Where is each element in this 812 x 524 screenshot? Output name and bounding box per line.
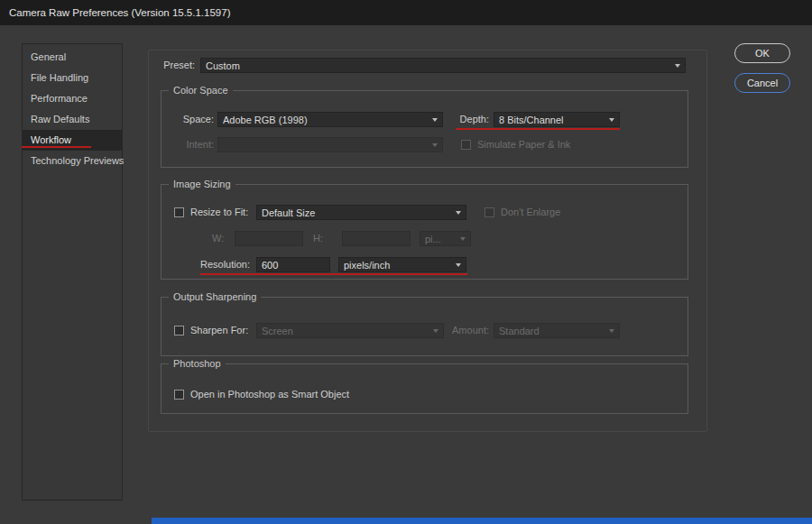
preset-select[interactable]: Custom bbox=[200, 58, 686, 73]
background-window-strip bbox=[152, 518, 812, 524]
annotation-underline-workflow bbox=[22, 146, 91, 148]
camera-raw-preferences-dialog: Camera Raw Preferences (Version 15.5.1.1… bbox=[0, 0, 812, 524]
preset-label: Preset: bbox=[150, 58, 195, 73]
titlebar: Camera Raw Preferences (Version 15.5.1.1… bbox=[0, 0, 812, 25]
simulate-paper-ink-label: Simulate Paper & Ink bbox=[477, 137, 570, 152]
chevron-down-icon bbox=[432, 143, 438, 147]
height-label: H: bbox=[313, 231, 323, 246]
space-select-value: Adobe RGB (1998) bbox=[223, 115, 427, 125]
cancel-button[interactable]: Cancel bbox=[734, 73, 790, 93]
depth-label: Depth: bbox=[448, 112, 489, 127]
dont-enlarge-label: Don't Enlarge bbox=[501, 205, 560, 220]
depth-select-value: 8 Bits/Channel bbox=[499, 115, 604, 125]
image-sizing-group-title: Image Sizing bbox=[169, 179, 235, 190]
sidebar-item-raw-defaults[interactable]: Raw Defaults bbox=[23, 109, 122, 130]
width-input bbox=[235, 231, 303, 246]
sidebar-item-general[interactable]: General bbox=[23, 47, 122, 68]
resolution-input[interactable] bbox=[256, 257, 330, 272]
color-space-group-title: Color Space bbox=[169, 85, 233, 97]
sharpen-for-label: Sharpen For: bbox=[190, 323, 248, 338]
sharpen-for-select: Screen bbox=[256, 323, 444, 338]
simulate-paper-ink-checkbox bbox=[461, 140, 471, 150]
resize-to-fit-label: Resize to Fit: bbox=[190, 205, 248, 220]
annotation-underline-resolution bbox=[200, 273, 467, 275]
resolution-units-select[interactable]: pixels/inch bbox=[338, 257, 466, 272]
sidebar: General File Handling Performance Raw De… bbox=[22, 43, 123, 501]
output-sharpening-group-title: Output Sharpening bbox=[169, 291, 261, 303]
resolution-units-select-value: pixels/inch bbox=[344, 260, 450, 271]
photoshop-group-title: Photoshop bbox=[169, 358, 226, 370]
size-units-select-value: pi... bbox=[425, 234, 455, 244]
sharpen-for-checkbox[interactable] bbox=[174, 326, 184, 336]
sidebar-item-file-handling[interactable]: File Handling bbox=[23, 68, 122, 88]
amount-select: Standard bbox=[494, 323, 620, 338]
resize-to-fit-select[interactable]: Default Size bbox=[256, 205, 466, 220]
open-smart-object-label: Open in Photoshop as Smart Object bbox=[190, 387, 349, 402]
resize-to-fit-checkbox[interactable] bbox=[174, 207, 184, 217]
open-smart-object-checkbox[interactable] bbox=[174, 390, 184, 400]
width-label: W: bbox=[212, 231, 224, 246]
size-units-select: pi... bbox=[420, 231, 471, 246]
sharpen-for-select-value: Screen bbox=[262, 326, 428, 336]
preset-select-value: Custom bbox=[206, 60, 669, 71]
photoshop-group: Photoshop Open in Photoshop as Smart Obj… bbox=[161, 363, 688, 414]
space-label: Space: bbox=[169, 112, 214, 127]
chevron-down-icon bbox=[609, 118, 614, 122]
chevron-down-icon bbox=[456, 211, 461, 215]
resolution-label: Resolution: bbox=[169, 257, 250, 272]
chevron-down-icon bbox=[609, 329, 614, 333]
output-sharpening-group: Output Sharpening Sharpen For: Screen Am… bbox=[161, 297, 688, 356]
amount-select-value: Standard bbox=[499, 326, 604, 336]
height-input bbox=[342, 231, 411, 246]
depth-select[interactable]: 8 Bits/Channel bbox=[494, 112, 620, 127]
sidebar-item-technology-previews[interactable]: Technology Previews bbox=[23, 151, 122, 171]
chevron-down-icon bbox=[432, 118, 438, 122]
ok-button[interactable]: OK bbox=[734, 43, 790, 63]
dont-enlarge-checkbox bbox=[484, 207, 494, 217]
amount-label: Amount: bbox=[448, 323, 489, 338]
chevron-down-icon bbox=[433, 329, 438, 333]
sidebar-item-performance[interactable]: Performance bbox=[23, 88, 122, 109]
window-title: Camera Raw Preferences (Version 15.5.1.1… bbox=[9, 7, 230, 18]
space-select[interactable]: Adobe RGB (1998) bbox=[217, 112, 443, 127]
resize-to-fit-select-value: Default Size bbox=[262, 207, 450, 218]
image-sizing-group: Image Sizing Resize to Fit: Default Size… bbox=[161, 184, 688, 280]
chevron-down-icon bbox=[675, 64, 680, 68]
chevron-down-icon bbox=[456, 263, 461, 267]
intent-select bbox=[217, 137, 443, 152]
intent-label: Intent: bbox=[169, 137, 214, 152]
annotation-underline-depth bbox=[456, 128, 620, 130]
chevron-down-icon bbox=[460, 237, 466, 241]
